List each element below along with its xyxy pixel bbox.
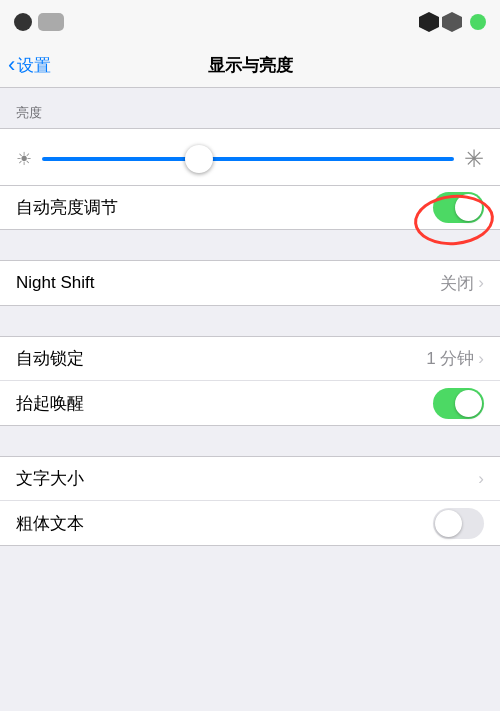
brightness-section-header: 亮度 bbox=[0, 88, 500, 128]
gap-2 bbox=[0, 306, 500, 336]
text-card: 文字大小 › 粗体文本 bbox=[0, 456, 500, 546]
night-shift-chevron-icon: › bbox=[478, 273, 484, 293]
auto-lock-chevron-icon: › bbox=[478, 349, 484, 369]
gap-3 bbox=[0, 426, 500, 456]
raise-to-wake-toggle[interactable] bbox=[433, 388, 484, 419]
battery-icon bbox=[470, 14, 486, 30]
status-bar-left bbox=[14, 13, 64, 31]
brightness-slider-row: ☀ ✳ bbox=[16, 145, 484, 173]
night-shift-value: 关闭 › bbox=[440, 272, 484, 295]
back-button[interactable]: ‹ 设置 bbox=[8, 54, 51, 77]
toggle-knob bbox=[455, 194, 482, 221]
gap-1 bbox=[0, 230, 500, 260]
status-circle-icon bbox=[14, 13, 32, 31]
raise-to-wake-label: 抬起唤醒 bbox=[16, 392, 84, 415]
auto-brightness-label: 自动亮度调节 bbox=[16, 196, 118, 219]
signal-icon-2 bbox=[442, 12, 462, 32]
night-shift-label: Night Shift bbox=[16, 273, 94, 293]
auto-lock-row[interactable]: 自动锁定 1 分钟 › bbox=[0, 337, 500, 381]
back-label: 设置 bbox=[17, 54, 51, 77]
status-pill-icon bbox=[38, 13, 64, 31]
status-bar-right bbox=[419, 12, 486, 32]
auto-brightness-row: 自动亮度调节 bbox=[0, 186, 500, 230]
raise-to-wake-row: 抬起唤醒 bbox=[0, 381, 500, 425]
night-shift-card: Night Shift 关闭 › bbox=[0, 260, 500, 306]
bold-text-label: 粗体文本 bbox=[16, 512, 84, 535]
text-size-chevron-icon: › bbox=[478, 469, 484, 489]
brightness-thumb[interactable] bbox=[185, 145, 213, 173]
back-chevron-icon: ‹ bbox=[8, 54, 15, 76]
brightness-slider[interactable] bbox=[42, 157, 454, 161]
auto-brightness-toggle[interactable] bbox=[433, 192, 484, 223]
bold-text-row: 粗体文本 bbox=[0, 501, 500, 545]
raise-to-wake-knob bbox=[455, 390, 482, 417]
text-size-label: 文字大小 bbox=[16, 467, 84, 490]
bold-text-toggle[interactable] bbox=[433, 508, 484, 539]
page-title: 显示与亮度 bbox=[208, 54, 293, 77]
nav-bar: ‹ 设置 显示与亮度 bbox=[0, 44, 500, 88]
auto-lock-label: 自动锁定 bbox=[16, 347, 84, 370]
auto-lock-value: 1 分钟 › bbox=[426, 347, 484, 370]
night-shift-status: 关闭 bbox=[440, 272, 474, 295]
auto-lock-status: 1 分钟 bbox=[426, 347, 474, 370]
status-icon-group bbox=[419, 12, 462, 32]
text-size-row[interactable]: 文字大小 › bbox=[0, 457, 500, 501]
text-size-value: › bbox=[478, 469, 484, 489]
night-shift-row[interactable]: Night Shift 关闭 › bbox=[0, 261, 500, 305]
status-bar bbox=[0, 0, 500, 44]
signal-icon bbox=[419, 12, 439, 32]
sun-dim-icon: ☀ bbox=[16, 148, 32, 170]
lock-wake-card: 自动锁定 1 分钟 › 抬起唤醒 bbox=[0, 336, 500, 426]
bold-text-knob bbox=[435, 510, 462, 537]
brightness-card: ☀ ✳ bbox=[0, 128, 500, 186]
sun-bright-icon: ✳ bbox=[464, 145, 484, 173]
